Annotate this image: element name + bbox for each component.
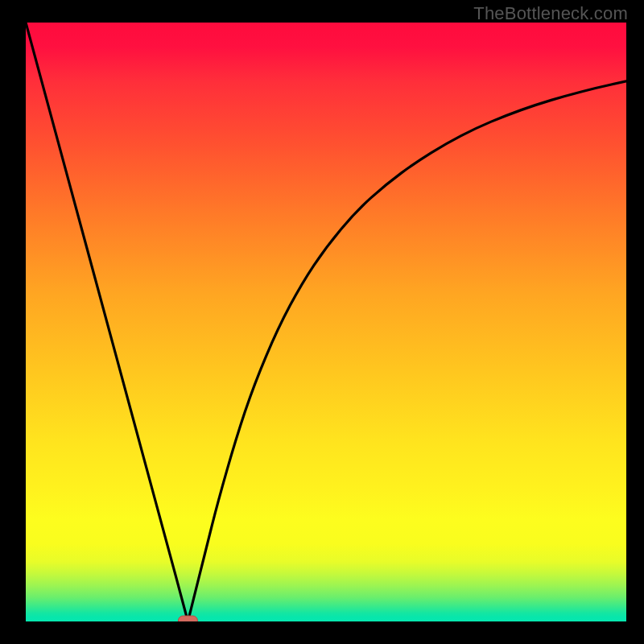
curve-left-branch bbox=[26, 23, 188, 621]
watermark-label: TheBottleneck.com bbox=[473, 3, 628, 24]
minimum-marker bbox=[178, 616, 197, 621]
chart-frame: TheBottleneck.com bbox=[0, 0, 644, 644]
plot-area bbox=[26, 23, 626, 621]
curve-layer bbox=[26, 23, 626, 621]
curve-right-branch bbox=[188, 81, 626, 621]
